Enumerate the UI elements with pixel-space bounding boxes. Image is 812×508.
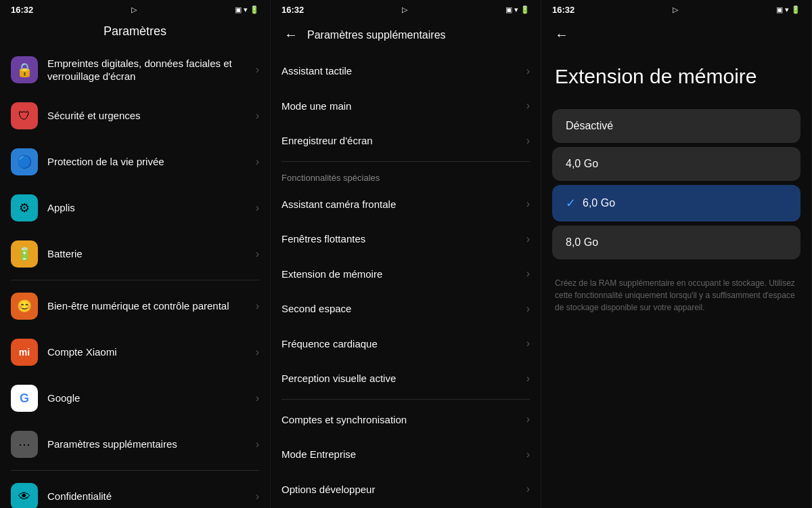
chevron-second-espace: ›: [526, 303, 530, 315]
label-comptes: Comptes et synchronisation: [281, 413, 526, 427]
label-options-dev: Options développeur: [281, 483, 526, 496]
menu-item-mode-entreprise[interactable]: Mode Entreprise ›: [271, 437, 541, 472]
label-desactive: Désactivé: [566, 120, 787, 132]
panel-parametres: 16:32 ▷ ▣ ▾ 🔋 Paramètres 🔒 Empreintes di…: [0, 0, 271, 508]
icon-confidentialite: 👁: [11, 483, 38, 508]
chevron-fenetres: ›: [526, 233, 530, 245]
label-8go: 8,0 Go: [566, 236, 787, 249]
icon-applis: ⚙: [11, 194, 38, 221]
back-button-3[interactable]: ←: [552, 24, 571, 45]
chevron-xiaomi: ›: [256, 346, 259, 358]
label-fenetres: Fenêtres flottantes: [281, 232, 526, 246]
menu-item-xiaomi[interactable]: mi Compte Xiaomi ›: [0, 329, 270, 375]
chevron-applis: ›: [256, 202, 259, 214]
label-frequence: Fréquence cardiaque: [281, 337, 526, 351]
icon-bienetre: 😊: [11, 293, 38, 320]
chevron-mode-entreprise: ›: [526, 448, 530, 461]
label-assistant-tactile: Assistant tactile: [281, 64, 526, 78]
chevron-bienetre: ›: [256, 300, 259, 312]
divider-2: [11, 470, 259, 471]
panel-parametres-supplementaires: 16:32 ▷ ▣ ▾ 🔋 ← Paramètres supplémentair…: [271, 0, 541, 508]
menu-item-fenetres[interactable]: Fenêtres flottantes ›: [271, 221, 541, 257]
option-4go[interactable]: 4,0 Go: [552, 147, 800, 181]
divider-p2-2: [281, 399, 530, 400]
play-icon-1: ▷: [131, 5, 137, 14]
menu-item-confidentialite[interactable]: 👁 Confidentialité ›: [0, 473, 270, 508]
option-8go[interactable]: 8,0 Go: [552, 226, 800, 259]
label-bienetre: Bien-être numérique et contrôle parental: [47, 299, 256, 313]
menu-item-batterie[interactable]: 🔋 Batterie ›: [0, 231, 270, 277]
label-securite: Sécurité et urgences: [47, 109, 256, 123]
panel2-scroll[interactable]: Assistant tactile › Mode une main › Enre…: [271, 54, 541, 508]
chevron-mode-une-main: ›: [526, 100, 530, 112]
label-perception: Perception visuelle active: [281, 372, 526, 385]
chevron-protection: ›: [256, 156, 259, 168]
label-assistant-camera: Assistant caméra frontale: [281, 198, 526, 211]
panel1-header: Paramètres: [0, 19, 270, 47]
chevron-options-dev: ›: [526, 483, 530, 495]
menu-item-assistant-camera[interactable]: Assistant caméra frontale ›: [271, 187, 541, 222]
label-extension-memoire: Extension de mémoire: [281, 268, 526, 281]
divider-1: [11, 280, 259, 280]
icon-xiaomi: mi: [11, 339, 38, 366]
menu-item-comptes[interactable]: Comptes et synchronisation ›: [271, 402, 541, 438]
chevron-assistant-camera: ›: [526, 198, 530, 210]
panel-extension-memoire: 16:32 ▷ ▣ ▾ 🔋 ← Extension de mémoire Dés…: [541, 0, 812, 508]
panel1-title: Paramètres: [11, 24, 259, 39]
status-time-1: 16:32: [11, 5, 33, 15]
menu-item-assistant-tactile[interactable]: Assistant tactile ›: [271, 54, 541, 89]
panel1-scroll[interactable]: 🔒 Empreintes digitales, données faciales…: [0, 47, 270, 508]
check-icon-6go: ✓: [566, 196, 576, 211]
status-bar-3: 16:32 ▷ ▣ ▾ 🔋: [541, 0, 811, 19]
icon-securite: 🛡: [11, 102, 38, 129]
label-protection: Protection de la vie privée: [47, 155, 256, 169]
status-time-3: 16:32: [552, 5, 574, 15]
menu-item-mode-une-main[interactable]: Mode une main ›: [271, 89, 541, 124]
menu-item-bienetre[interactable]: 😊 Bien-être numérique et contrôle parent…: [0, 283, 270, 329]
panel3-scroll[interactable]: Désactivé 4,0 Go ✓ 6,0 Go 8,0 Go Créez d…: [541, 105, 811, 508]
play-icon-2: ▷: [402, 5, 407, 14]
chevron-perception: ›: [526, 373, 530, 385]
menu-item-frequence[interactable]: Fréquence cardiaque ›: [271, 326, 541, 362]
menu-item-empreintes[interactable]: 🔒 Empreintes digitales, données faciales…: [0, 47, 270, 93]
icon-empreintes: 🔒: [11, 56, 38, 83]
icon-google: G: [11, 385, 38, 412]
option-desactive[interactable]: Désactivé: [552, 109, 800, 143]
label-empreintes: Empreintes digitales, données faciales e…: [47, 57, 256, 83]
status-bar-1: 16:32 ▷ ▣ ▾ 🔋: [0, 0, 270, 19]
menu-item-param-sup[interactable]: ⋯ Paramètres supplémentaires ›: [0, 421, 270, 467]
label-applis: Applis: [47, 201, 256, 215]
chevron-google: ›: [256, 392, 259, 404]
icon-protection: 🔵: [11, 148, 38, 175]
chevron-frequence: ›: [526, 337, 530, 350]
menu-item-google[interactable]: G Google ›: [0, 375, 270, 421]
label-4go: 4,0 Go: [566, 158, 787, 170]
back-button-2[interactable]: ←: [281, 24, 300, 45]
chevron-enregistreur: ›: [526, 135, 530, 147]
chevron-empreintes: ›: [256, 64, 259, 76]
status-icons-2: ▣ ▾ 🔋: [505, 5, 530, 14]
chevron-param-sup: ›: [256, 438, 259, 450]
play-icon-3: ▷: [673, 5, 678, 14]
menu-item-options-dev[interactable]: Options développeur ›: [271, 472, 541, 507]
status-bar-2: 16:32 ▷ ▣ ▾ 🔋: [271, 0, 541, 19]
menu-item-securite[interactable]: 🛡 Sécurité et urgences ›: [0, 93, 270, 139]
label-mode-entreprise: Mode Entreprise: [281, 448, 526, 461]
panel2-header: ← Paramètres supplémentaires: [271, 19, 541, 54]
status-time-2: 16:32: [281, 5, 304, 15]
info-text: Créez de la RAM supplémentaire en occupa…: [541, 263, 811, 327]
panel2-title: Paramètres supplémentaires: [307, 29, 530, 41]
label-confidentialite: Confidentialité: [47, 490, 256, 503]
menu-item-applis[interactable]: ⚙ Applis ›: [0, 185, 270, 231]
label-batterie: Batterie: [47, 247, 256, 261]
menu-item-protection[interactable]: 🔵 Protection de la vie privée ›: [0, 139, 270, 185]
label-google: Google: [47, 391, 256, 405]
menu-item-extension-memoire[interactable]: Extension de mémoire ›: [271, 257, 541, 292]
chevron-batterie: ›: [256, 248, 259, 260]
label-param-sup: Paramètres supplémentaires: [47, 438, 256, 451]
menu-item-perception[interactable]: Perception visuelle active ›: [271, 361, 541, 396]
menu-item-enregistreur[interactable]: Enregistreur d'écran ›: [271, 123, 541, 158]
signal-icon: ▣ ▾ 🔋: [235, 5, 259, 14]
option-6go[interactable]: ✓ 6,0 Go: [552, 185, 800, 221]
menu-item-second-espace[interactable]: Second espace ›: [271, 291, 541, 326]
